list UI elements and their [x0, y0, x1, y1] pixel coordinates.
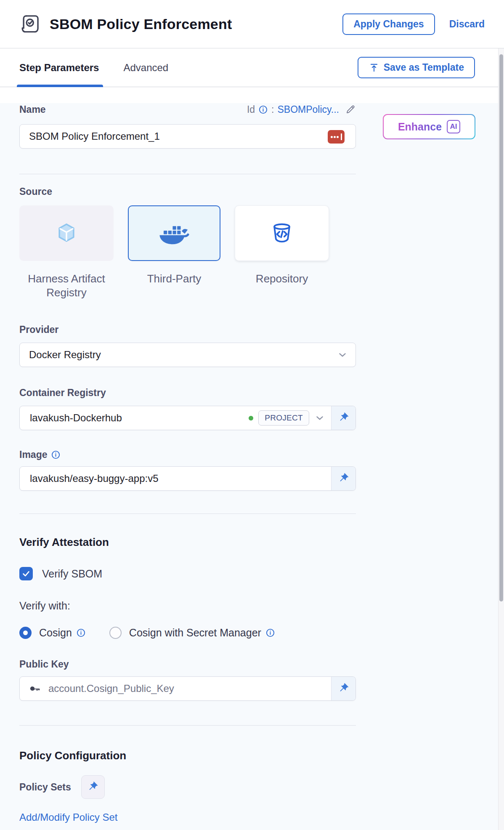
discard-button[interactable]: Discard [449, 19, 485, 30]
chevron-down-icon [337, 349, 348, 360]
divider [19, 725, 356, 726]
container-registry-input[interactable] [29, 412, 244, 424]
image-field-main [20, 467, 331, 490]
divider [19, 513, 356, 514]
public-key-label: Public Key [19, 659, 356, 670]
public-key-value: account.Cosign_Public_Key [48, 683, 325, 694]
public-key-main[interactable]: account.Cosign_Public_Key [20, 677, 331, 700]
info-icon[interactable] [51, 450, 61, 460]
pin-input-type-button[interactable] [331, 677, 355, 700]
divider [19, 174, 356, 174]
chevron-down-icon[interactable] [314, 412, 325, 423]
name-input-shell [19, 124, 356, 149]
cube-icon [54, 221, 79, 245]
radio-cosign-secret-manager-label: Cosign with Secret Manager [129, 627, 261, 639]
tab-advanced[interactable]: Advanced [123, 62, 168, 74]
tab-bar: Step Parameters Advanced Save as Templat… [0, 48, 504, 87]
step-parameters-panel: Enhance AI Name Id : SBOMPolicy... [0, 103, 498, 830]
image-label: Image [19, 449, 47, 460]
fixed-value-icon[interactable] [328, 130, 345, 144]
save-as-template-label: Save as Template [384, 62, 464, 73]
image-field [19, 466, 356, 491]
policy-sets-label: Policy Sets [19, 782, 71, 793]
source-option-label: Repository [235, 272, 329, 300]
enhance-label: Enhance [398, 121, 442, 133]
verify-with-label: Verify with: [19, 600, 356, 612]
container-registry-label: Container Registry [19, 387, 356, 399]
form-column: Name Id : SBOMPolicy... [0, 103, 356, 823]
container-registry-main: PROJECT [20, 406, 331, 430]
provider-value: Docker Registry [29, 349, 337, 361]
source-card-repository[interactable] [235, 205, 329, 261]
upload-icon [369, 62, 379, 73]
policy-sets-pin-button[interactable] [81, 775, 105, 799]
info-icon[interactable] [76, 628, 86, 638]
pin-icon [338, 473, 350, 484]
header-title-group: SBOM Policy Enforcement [19, 13, 342, 35]
tab-step-parameters[interactable]: Step Parameters [19, 62, 99, 74]
pin-icon [338, 683, 350, 694]
pin-icon [338, 412, 350, 424]
docker-whale-icon [159, 221, 190, 245]
id-colon: : [271, 104, 274, 115]
step-id-value[interactable]: SBOMPolicy... [277, 104, 339, 115]
verify-method-radio-group: Cosign Cosign with Secret Manager [19, 626, 356, 639]
add-modify-policy-set-link[interactable]: Add/Modify Policy Set [19, 811, 356, 823]
code-bucket-icon [270, 221, 294, 245]
source-card-harness-artifact-registry[interactable] [19, 205, 114, 261]
source-option-label: Harness Artifact Registry [19, 272, 114, 300]
verify-sbom-checkbox[interactable] [19, 567, 33, 580]
verify-attestation-heading: Verify Attestation [19, 536, 356, 549]
image-label-row: Image [19, 449, 356, 460]
pin-input-type-button[interactable] [331, 467, 355, 490]
radio-cosign-secret-manager[interactable] [109, 627, 122, 639]
radio-cosign[interactable] [19, 627, 32, 639]
ai-badge-icon: AI [447, 120, 460, 133]
id-label: Id [247, 104, 255, 115]
key-icon [29, 682, 42, 695]
radio-cosign-label: Cosign [39, 627, 72, 639]
enhance-ai-button[interactable]: Enhance AI [383, 114, 475, 139]
page-title: SBOM Policy Enforcement [50, 16, 232, 32]
apply-changes-button[interactable]: Apply Changes [342, 13, 435, 35]
sbom-step-panel: SBOM Policy Enforcement Apply Changes Di… [0, 0, 504, 830]
save-as-template-button[interactable]: Save as Template [358, 57, 475, 78]
policy-sets-row: Policy Sets [19, 775, 356, 799]
active-tab-underline [17, 85, 103, 87]
name-input[interactable] [20, 125, 355, 148]
name-row: Name Id : SBOMPolicy... [19, 103, 356, 116]
source-card-labels: Harness Artifact Registry Third-Party Re… [19, 272, 356, 300]
verify-sbom-label: Verify SBOM [42, 568, 102, 580]
info-icon[interactable] [258, 105, 268, 114]
provider-select[interactable]: Docker Registry [19, 343, 356, 367]
info-icon[interactable] [265, 628, 275, 638]
scroll-check-icon [19, 13, 42, 35]
policy-configuration-heading: Policy Configuration [19, 749, 356, 763]
source-option-label: Third-Party [128, 272, 220, 300]
public-key-field: account.Cosign_Public_Key [19, 676, 356, 701]
connector-status-dot [249, 416, 253, 420]
verify-sbom-row: Verify SBOM [19, 566, 356, 581]
source-card-third-party[interactable] [128, 205, 220, 261]
edit-id-icon[interactable] [345, 104, 356, 115]
panel-header: SBOM Policy Enforcement Apply Changes Di… [0, 0, 504, 48]
check-icon [21, 569, 31, 578]
source-label: Source [19, 186, 356, 198]
image-input[interactable] [29, 472, 325, 485]
provider-label: Provider [19, 324, 356, 336]
pin-icon [87, 781, 99, 793]
scrollbar-thumb[interactable] [499, 54, 503, 601]
name-label: Name [19, 104, 46, 115]
scope-badge[interactable]: PROJECT [258, 410, 309, 426]
pin-input-type-button[interactable] [331, 406, 355, 430]
vertical-scrollbar [498, 48, 504, 830]
id-cluster: Id : SBOMPolicy... [247, 104, 356, 115]
source-cards [19, 205, 356, 261]
container-registry-field: PROJECT [19, 406, 356, 430]
